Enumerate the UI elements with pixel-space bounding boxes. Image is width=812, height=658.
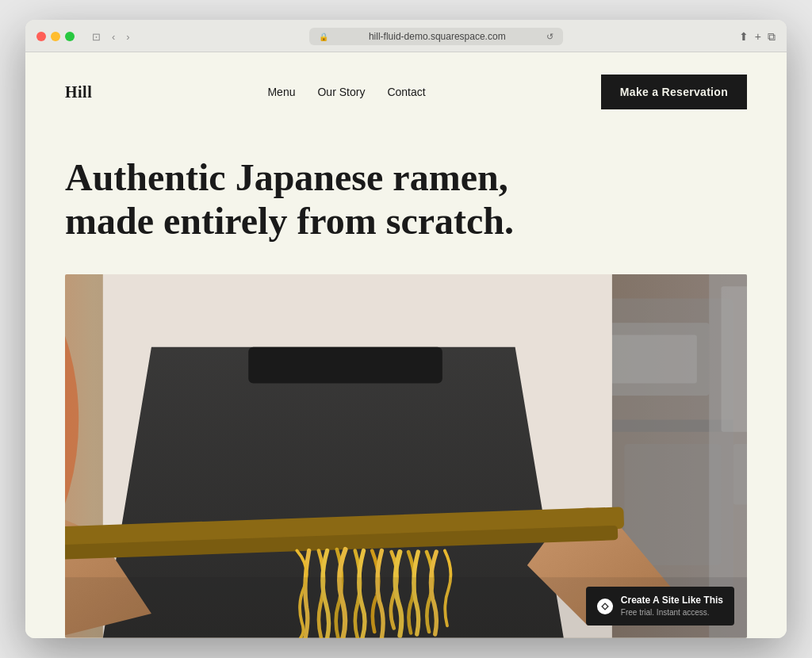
address-bar[interactable]: 🔒 hill-fluid-demo.squarespace.com ↺ <box>309 28 563 45</box>
window-icon[interactable]: ⊡ <box>89 30 104 44</box>
hero-image: Create A Site Like This Free trial. Inst… <box>65 274 747 638</box>
sq-badge-text: Create A Site Like This Free trial. Inst… <box>621 595 723 618</box>
svg-rect-8 <box>721 287 747 432</box>
minimize-button[interactable] <box>51 32 60 41</box>
browser-window: ⊡ ‹ › 🔒 hill-fluid-demo.squarespace.com … <box>25 20 787 638</box>
nav-link-menu[interactable]: Menu <box>267 86 295 98</box>
share-button[interactable]: ⬆ <box>739 30 749 43</box>
sq-badge-title: Create A Site Like This <box>621 595 723 607</box>
browser-actions: ⬆ + ⧉ <box>739 30 776 44</box>
browser-chrome: ⊡ ‹ › 🔒 hill-fluid-demo.squarespace.com … <box>25 20 787 52</box>
nav-links: Menu Our Story Contact <box>267 86 425 98</box>
squarespace-icon <box>597 599 613 614</box>
brand-logo[interactable]: Hill <box>65 83 92 101</box>
navbar: Hill Menu Our Story Contact Make a Reser… <box>25 52 787 132</box>
new-tab-button[interactable]: + <box>755 30 761 43</box>
address-bar-wrapper: 🔒 hill-fluid-demo.squarespace.com ↺ <box>141 28 731 45</box>
url-text: hill-fluid-demo.squarespace.com <box>333 31 542 42</box>
traffic-lights <box>36 32 75 41</box>
hero-section: Authentic Japanese ramen, made entirely … <box>25 132 787 274</box>
website-content: Hill Menu Our Story Contact Make a Reser… <box>25 52 787 638</box>
back-button[interactable]: ‹ <box>109 30 118 44</box>
sq-badge-subtitle: Free trial. Instant access. <box>621 607 723 618</box>
svg-rect-14 <box>248 347 442 384</box>
maximize-button[interactable] <box>65 32 75 41</box>
copy-tab-button[interactable]: ⧉ <box>768 30 776 44</box>
nav-link-contact[interactable]: Contact <box>387 86 425 98</box>
lock-icon: 🔒 <box>319 33 328 41</box>
browser-controls: ⊡ ‹ › <box>89 30 133 44</box>
nav-link-our-story[interactable]: Our Story <box>317 86 365 98</box>
svg-rect-9 <box>733 444 747 504</box>
hero-headline-line1: Authentic Japanese ramen, <box>65 156 508 198</box>
close-button[interactable] <box>36 32 46 41</box>
hero-headline-line2: made entirely from scratch. <box>65 200 514 242</box>
squarespace-badge[interactable]: Create A Site Like This Free trial. Inst… <box>586 587 734 625</box>
refresh-icon[interactable]: ↺ <box>546 32 553 42</box>
reservation-button[interactable]: Make a Reservation <box>601 75 747 109</box>
hero-headline: Authentic Japanese ramen, made entirely … <box>65 155 541 243</box>
svg-rect-6 <box>624 444 721 565</box>
forward-button[interactable]: › <box>123 30 132 44</box>
